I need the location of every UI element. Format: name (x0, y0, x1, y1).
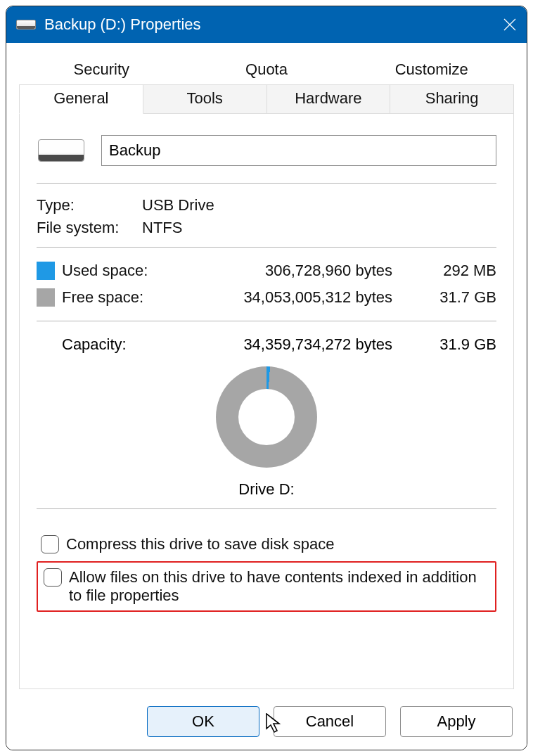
close-icon (503, 18, 517, 32)
separator (37, 247, 496, 248)
tab-general[interactable]: General (19, 84, 143, 114)
free-space-swatch (37, 288, 55, 307)
capacity-label: Capacity: (62, 335, 188, 354)
free-space-readable: 31.7 GB (405, 288, 496, 307)
used-space-swatch (37, 262, 55, 280)
tab-sharing[interactable]: Sharing (390, 84, 514, 114)
dialog-buttons: OK Cancel Apply (6, 699, 527, 750)
drive-name-input[interactable] (101, 135, 496, 166)
tab-tools[interactable]: Tools (143, 84, 267, 114)
capacity-bytes: 34,359,734,272 bytes (188, 335, 405, 354)
apply-button[interactable]: Apply (400, 706, 513, 737)
capacity-readable: 31.9 GB (405, 335, 496, 354)
filesystem-value: NTFS (142, 219, 182, 237)
used-space-bytes: 306,728,960 bytes (188, 262, 405, 280)
type-value: USB Drive (142, 196, 214, 214)
filesystem-label: File system: (37, 219, 142, 237)
usage-pie-chart (216, 366, 317, 468)
index-option[interactable]: Allow files on this drive to have conten… (39, 565, 494, 608)
compress-label: Compress this drive to save disk space (66, 535, 335, 553)
highlight-annotation: Allow files on this drive to have conten… (37, 561, 496, 612)
client-area: Security Quota Customize General Tools H… (6, 43, 527, 750)
ok-button[interactable]: OK (147, 706, 259, 737)
compress-checkbox[interactable] (41, 535, 59, 553)
type-label: Type: (37, 196, 142, 214)
index-checkbox[interactable] (44, 568, 62, 587)
used-space-label: Used space: (62, 262, 188, 280)
drive-large-icon (38, 139, 84, 162)
separator (37, 508, 496, 509)
tab-quota[interactable]: Quota (184, 56, 349, 84)
tabs: Security Quota Customize General Tools H… (6, 43, 527, 114)
tab-customize[interactable]: Customize (349, 56, 514, 84)
separator (37, 321, 496, 321)
tab-panel-general: Type: USB Drive File system: NTFS Used s… (19, 114, 514, 689)
index-label: Allow files on this drive to have conten… (69, 568, 489, 605)
used-space-readable: 292 MB (405, 262, 496, 280)
window-title: Backup (D:) Properties (44, 15, 493, 34)
properties-window: Backup (D:) Properties Security Quota Cu… (6, 6, 527, 750)
free-space-bytes: 34,053,005,312 bytes (188, 288, 405, 307)
free-space-label: Free space: (62, 288, 188, 307)
separator (37, 183, 496, 184)
close-button[interactable] (493, 6, 527, 43)
titlebar: Backup (D:) Properties (6, 6, 527, 43)
cancel-button[interactable]: Cancel (274, 706, 386, 737)
compress-option[interactable]: Compress this drive to save disk space (37, 532, 496, 557)
tab-hardware[interactable]: Hardware (267, 84, 391, 114)
drive-letter-label: Drive D: (37, 480, 496, 499)
tab-security[interactable]: Security (19, 56, 184, 84)
drive-icon (16, 20, 36, 30)
